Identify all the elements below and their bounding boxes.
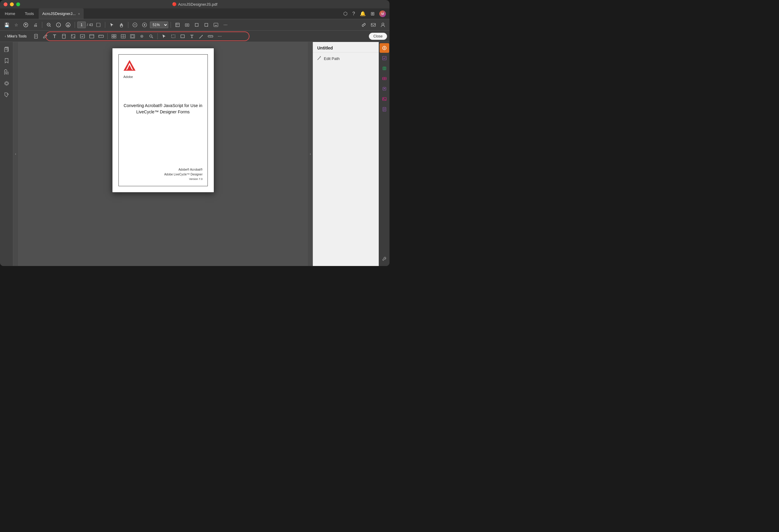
bookmark-button[interactable]: ☆ <box>12 21 20 29</box>
svg-rect-13 <box>176 23 179 27</box>
measure-tool[interactable] <box>206 32 215 41</box>
zoom-select[interactable]: 51% 75% 100% 150% <box>150 21 168 28</box>
screenshot-button[interactable] <box>183 21 191 29</box>
page-navigation: / 43 <box>77 21 93 28</box>
edit-path-pen-icon <box>317 55 321 61</box>
email-button[interactable] <box>369 21 377 29</box>
crosshair-tool[interactable] <box>119 32 127 41</box>
info-button[interactable]: i <box>54 21 63 29</box>
edit-toolbar-sep <box>107 33 108 39</box>
zoom-out-btn2[interactable] <box>131 21 139 29</box>
grid-tool[interactable] <box>110 32 118 41</box>
tab-right-icons: ⬡ ? 🔔 ⊞ M <box>343 10 390 17</box>
layout-tool[interactable] <box>128 32 137 41</box>
resize-tool[interactable] <box>69 32 77 41</box>
svg-point-77 <box>383 98 384 99</box>
download-button[interactable] <box>64 21 72 29</box>
tags-panel-icon[interactable] <box>2 90 11 100</box>
close-window-button[interactable] <box>4 2 7 6</box>
tools-tab[interactable]: Tools <box>20 8 39 19</box>
adobe-logo <box>124 59 135 72</box>
bookmark-panel-icon[interactable] <box>2 56 11 65</box>
help-icon[interactable]: ? <box>352 11 355 16</box>
attachment-panel-icon[interactable] <box>2 67 11 77</box>
accessibility-panel-icon[interactable] <box>379 64 389 73</box>
maximize-window-button[interactable] <box>16 2 20 6</box>
svg-rect-16 <box>195 23 198 26</box>
documents-panel-icon[interactable] <box>379 104 389 114</box>
images-panel-icon[interactable] <box>379 94 389 104</box>
pdf-viewer[interactable]: Adobe Converting Acrobat® JavaScript for… <box>18 42 308 266</box>
forms-panel-icon[interactable] <box>379 74 389 83</box>
tab-close-button[interactable]: × <box>78 12 80 16</box>
preview-tool[interactable] <box>87 32 96 41</box>
save-button[interactable]: 💾 <box>2 21 11 29</box>
svg-rect-18 <box>214 23 218 27</box>
ruler-tool[interactable] <box>97 32 105 41</box>
apps-grid-icon[interactable]: ⊞ <box>371 11 374 16</box>
svg-rect-39 <box>114 37 116 38</box>
text-type-tool[interactable] <box>188 32 196 41</box>
edit-path-item[interactable]: Edit Path <box>313 53 379 64</box>
left-panel-collapse[interactable]: ‹ <box>13 42 18 266</box>
right-panel-collapse[interactable]: › <box>308 42 313 266</box>
arrow-select-tool[interactable] <box>160 32 168 41</box>
crop-dropdown-button[interactable] <box>202 21 211 29</box>
hand-tool-button[interactable] <box>117 21 126 29</box>
pdf-file-icon: 🔴 <box>172 2 177 6</box>
select-box-tool[interactable] <box>169 32 178 41</box>
properties-panel-icon[interactable] <box>379 43 389 53</box>
close-button[interactable]: Close <box>369 33 387 40</box>
page-number-input[interactable] <box>77 21 86 28</box>
document-tab[interactable]: AcroJSDesignerJ... × <box>39 8 84 19</box>
title-bar: 🔴 AcroJSDesignerJS.pdf <box>0 0 390 8</box>
pen-tool[interactable] <box>197 32 205 41</box>
edit-toolbar: ‹ Mike's Tools <box>0 31 390 42</box>
fit-page-button[interactable] <box>173 21 182 29</box>
notification-icon[interactable]: 🔔 <box>360 11 366 16</box>
zoom-in-btn[interactable] <box>140 21 149 29</box>
content-area: ‹ Adobe Converting Acrobat® JavaScript f… <box>0 42 390 266</box>
right-arrow-icon: › <box>310 152 311 156</box>
upload-button[interactable] <box>21 21 30 29</box>
task-panel-icon[interactable] <box>379 53 389 63</box>
pdf-footer-line1: Adobe® Acrobat® <box>164 167 203 172</box>
text-tool[interactable] <box>50 32 59 41</box>
link-button[interactable] <box>360 21 368 29</box>
edit-tool[interactable] <box>41 32 50 41</box>
svg-rect-50 <box>181 35 184 38</box>
keyboard-button[interactable] <box>212 21 220 29</box>
title-label: AcroJSDesignerJS.pdf <box>178 2 218 7</box>
pages-panel-icon[interactable] <box>2 44 11 54</box>
share-icon[interactable]: ⬡ <box>343 11 348 16</box>
layers-panel-icon[interactable] <box>2 78 11 88</box>
save-as-tool[interactable] <box>78 32 87 41</box>
page-search-icon[interactable] <box>94 21 103 29</box>
print-button[interactable]: 🖨 <box>31 21 40 29</box>
tools-panel-icon[interactable] <box>379 254 389 263</box>
user-avatar[interactable]: M <box>379 10 386 17</box>
mikes-chevron-icon[interactable]: ‹ <box>5 34 6 39</box>
minimize-window-button[interactable] <box>10 2 14 6</box>
pdf-page: Adobe Converting Acrobat® JavaScript for… <box>112 48 214 192</box>
settings-tool[interactable] <box>138 32 146 41</box>
rectangle-tool[interactable] <box>178 32 187 41</box>
select-tool-button[interactable] <box>108 21 116 29</box>
mikes-tools-label: ‹ Mike's Tools <box>2 34 29 39</box>
zoom-out-button[interactable] <box>45 21 53 29</box>
edit-path-label: Edit Path <box>324 56 340 61</box>
more-edit-options[interactable]: ··· <box>216 32 224 41</box>
svg-point-62 <box>384 47 385 49</box>
new-file-tool[interactable] <box>32 32 40 41</box>
account-button[interactable] <box>379 21 387 29</box>
svg-rect-49 <box>172 35 175 38</box>
svg-point-24 <box>382 23 384 25</box>
page-tool[interactable] <box>60 32 68 41</box>
toolbar-separator-2 <box>75 22 75 28</box>
export-panel-icon[interactable] <box>379 84 389 94</box>
more-options-button[interactable]: ··· <box>221 21 230 29</box>
tab-bar: Home Tools AcroJSDesignerJ... × ⬡ ? 🔔 ⊞ … <box>0 8 390 19</box>
home-tab[interactable]: Home <box>0 8 20 19</box>
search-tool[interactable] <box>147 32 155 41</box>
crop-button[interactable] <box>192 21 201 29</box>
